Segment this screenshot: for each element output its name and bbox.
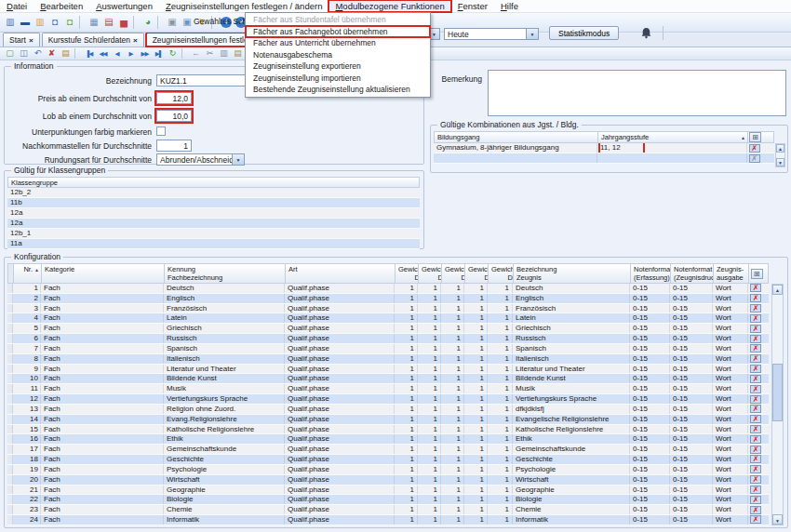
konfiguration-row[interactable]: 16 Fach Ethik Qualif.phase 1 1 1 1 1 Eth…	[7, 434, 769, 445]
window-new-icon[interactable]: ▣	[180, 15, 194, 29]
delete-row-button[interactable]: ✗	[749, 144, 760, 153]
chevron-down-icon[interactable]: ▼	[526, 29, 538, 39]
klassengruppe-row[interactable]: 12a	[7, 219, 420, 229]
paste-icon[interactable]: ▤	[231, 48, 245, 60]
toolbar-icon[interactable]	[157, 16, 163, 29]
menu-entry[interactable]: Notenausgabeschema	[246, 49, 430, 61]
delete-row-button[interactable]: ✗	[750, 375, 761, 383]
delete-row-button[interactable]: ✗	[750, 496, 761, 504]
column-header-zeugnisausgabe[interactable]: Zeugnis- ausgabe	[714, 264, 749, 283]
delete-row-button[interactable]: ✗	[750, 405, 761, 413]
scroll-up-icon[interactable]: ▲	[776, 144, 784, 153]
menu-entry[interactable]: Fächer aus Fachangebot übernehmen	[246, 26, 430, 38]
column-header-gewicht-d5[interactable]: Gewicht D5	[489, 264, 514, 283]
delete-row-button[interactable]: ✗	[750, 385, 761, 393]
grid-options-icon[interactable]: ⊞	[749, 132, 761, 142]
scroll-up-icon[interactable]: ▲	[772, 285, 783, 295]
new-record-icon[interactable]: ▢	[3, 48, 17, 60]
tab[interactable]: Start ×	[3, 33, 40, 47]
column-header-bezeichnung[interactable]: Bezeichnung Zeugnis	[514, 264, 631, 283]
konfiguration-row[interactable]: 24 Fach Informatik Qualif.phase 1 1 1 1 …	[7, 515, 769, 525]
menu-item[interactable]: Bearbeiten	[34, 0, 89, 12]
pie-chart-icon[interactable]: ◕	[141, 15, 155, 29]
delete-row-button[interactable]: ✗	[750, 314, 761, 323]
toolbar-icon[interactable]	[74, 48, 80, 59]
column-header-kategorie[interactable]: Kategorie	[42, 264, 165, 283]
konfiguration-row[interactable]: 2 Fach Englisch Qualif.phase 1 1 1 1 1 E…	[7, 294, 769, 304]
preis-input[interactable]: 12,0	[156, 92, 192, 104]
konfiguration-row[interactable]: 15 Fach Katholische Religionslehre Quali…	[7, 425, 769, 435]
back-icon[interactable]: ←	[189, 48, 203, 60]
close-icon[interactable]: ×	[29, 36, 34, 45]
konfiguration-row[interactable]: 10 Fach Bildende Kunst Qualif.phase 1 1 …	[7, 374, 769, 384]
presentation-icon[interactable]: ▤	[101, 15, 116, 29]
konfiguration-row[interactable]: 4 Fach Latein Qualif.phase 1 1 1 1 1 Lat…	[7, 313, 769, 324]
konfiguration-row[interactable]: 7 Fach Spanisch Qualif.phase 1 1 1 1 1 S…	[7, 344, 769, 354]
toolbar-icon[interactable]	[79, 16, 85, 29]
klassengruppe-row[interactable]: 12b_2	[7, 188, 420, 198]
toolbar-icon[interactable]	[133, 16, 139, 29]
save-icon[interactable]: ◫	[17, 48, 31, 60]
menu-entry[interactable]: Bestehende Zeugniseinstellung aktualisie…	[246, 84, 430, 96]
report-icon[interactable]: ▦	[87, 15, 101, 29]
klassengruppe-row[interactable]: 12a	[7, 208, 420, 219]
statistics-mode-button[interactable]: Statistikmodus	[549, 26, 619, 40]
scroll-down-icon[interactable]: ▼	[776, 158, 784, 166]
delete-row-button[interactable]: ✗	[750, 475, 761, 484]
menu-item[interactable]: Fenster	[451, 0, 494, 12]
modules-icon[interactable]: ▣	[165, 15, 180, 29]
delete-record-icon[interactable]: ✘	[45, 48, 59, 60]
klassengruppe-row[interactable]: 11b	[7, 198, 420, 208]
kombinationen-scrollbar[interactable]: ▲ ▼	[775, 143, 785, 167]
students-icon[interactable]: ▥	[3, 15, 18, 29]
menu-entry[interactable]: Fächer aus Stundentafel übernehmen	[246, 14, 430, 26]
delete-row-button[interactable]: ✗	[750, 304, 761, 313]
konfiguration-row[interactable]: 18 Fach Geschichte Qualif.phase 1 1 1 1 …	[7, 455, 769, 465]
chat-bubble-green-icon[interactable]: ◘	[62, 15, 77, 29]
menu-item[interactable]: Hilfe	[494, 0, 525, 12]
chat-bubble-blue-icon[interactable]: ◘	[47, 15, 62, 29]
delete-row-button[interactable]: ✗	[750, 415, 761, 423]
column-header-klassengruppe[interactable]: Klassengruppe	[8, 178, 419, 187]
menu-entry[interactable]: Zeugniseinstellung importieren	[246, 73, 430, 85]
menu-item[interactable]: Datei	[0, 0, 34, 12]
close-icon[interactable]: ×	[133, 36, 138, 45]
konfiguration-row[interactable]: 9 Fach Literatur und Theater Qualif.phas…	[7, 365, 769, 375]
menu-entry[interactable]: Zeugniseinstellung exportieren	[246, 60, 430, 73]
fast-back-icon[interactable]: ◀◀	[96, 48, 110, 60]
konfiguration-row[interactable]: 23 Fach Chemie Qualif.phase 1 1 1 1 1 Ch…	[7, 505, 769, 515]
delete-row-button[interactable]: ✗	[750, 485, 761, 494]
klassengruppe-row[interactable]: 11a	[7, 239, 420, 249]
kombinationen-row[interactable]: Gymnasium, 8-jähriger Bildungsgang 11, 1…	[434, 143, 774, 153]
konfiguration-row[interactable]: 22 Fach Biologie Qualif.phase 1 1 1 1 1 …	[7, 495, 769, 505]
konfiguration-row[interactable]: 17 Fach Gemeinschaftskunde Qualif.phase …	[7, 445, 769, 455]
nachkommastellen-input[interactable]: 1	[156, 140, 192, 152]
konfiguration-row[interactable]: 19 Fach Psychologie Qualif.phase 1 1 1 1…	[7, 465, 769, 475]
grid-options-icon[interactable]: ⊞	[751, 269, 763, 279]
column-header-bildungsgang[interactable]: Bildungsgang	[435, 132, 598, 142]
delete-row-button[interactable]: ✗	[750, 325, 761, 333]
delete-row-button[interactable]: ✗	[750, 425, 761, 433]
next-record-icon[interactable]: ▶	[124, 48, 138, 60]
column-header-gewicht-d1[interactable]: Gewicht D1	[396, 264, 419, 283]
lob-input[interactable]: 10,0	[156, 110, 192, 122]
konfiguration-row[interactable]: 5 Fach Griechisch Qualif.phase 1 1 1 1 1…	[7, 324, 769, 334]
delete-row-button[interactable]: ✗	[750, 435, 761, 444]
screen-icon[interactable]: ▬	[18, 15, 33, 29]
konfiguration-row[interactable]: 11 Fach Musik Qualif.phase 1 1 1 1 1 Mus…	[7, 384, 769, 394]
menu-item[interactable]: Zeugniseinstellungen festlegen / ändern	[159, 0, 329, 12]
delete-row-button[interactable]: ✗	[750, 506, 761, 514]
konfiguration-scrollbar[interactable]: ▲ ▼	[771, 284, 784, 525]
date-combo[interactable]: Heute ▼	[444, 28, 539, 40]
undo-icon[interactable]: ↶	[31, 48, 45, 60]
scroll-down-icon[interactable]: ▼	[772, 514, 783, 525]
column-header-notenformat-zeugnisdruck[interactable]: Notenformat (Zeugnisdruck)	[671, 264, 714, 283]
toolbar-icon[interactable]	[181, 48, 187, 59]
konfiguration-row[interactable]: 14 Fach Evang.Religionslehre Qualif.phas…	[7, 415, 769, 425]
column-header-gewicht-d4[interactable]: Gewicht D4	[465, 264, 489, 283]
konfiguration-row[interactable]: 13 Fach Religion ohne Zuord. Qualif.phas…	[7, 405, 769, 415]
delete-row-button[interactable]: ✗	[750, 284, 761, 292]
tab[interactable]: Kursstufe Schülerdaten ×	[42, 33, 144, 47]
column-header-jahrgangsstufe[interactable]: Jahrgangsstufe ▲	[598, 132, 748, 142]
jahrgangsstufe-value[interactable]: 11, 12	[600, 143, 643, 153]
